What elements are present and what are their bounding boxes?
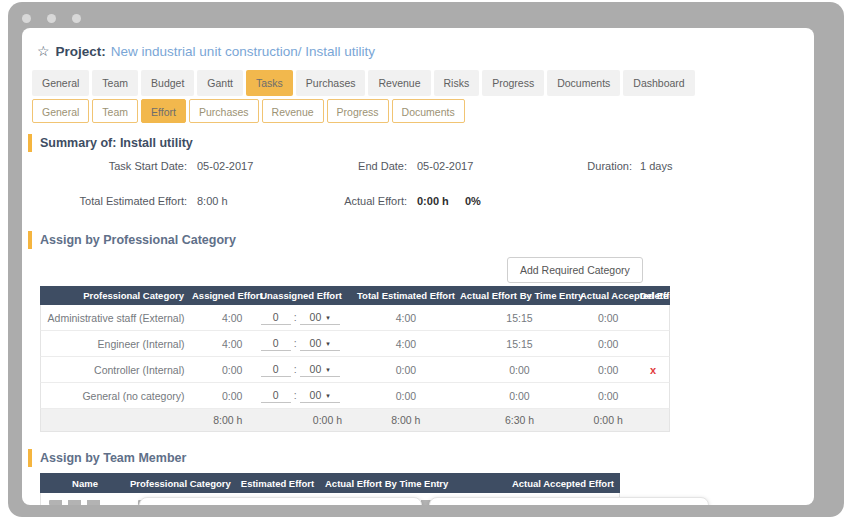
unassigned-hours-input[interactable]: 0 (261, 363, 291, 377)
project-label: Project: (56, 44, 106, 59)
task-subtabs: General Team Effort Purchases Revenue Pr… (32, 99, 814, 123)
actual-accepted-cell: 0:00 (579, 338, 637, 350)
window-dot-icon[interactable] (22, 14, 31, 23)
col-estimated-effort: Estimated Effort (230, 478, 325, 489)
primary-tabs: General Team Budget Gantt Tasks Purchase… (32, 70, 814, 96)
totals-actual-time: 6:30 h (460, 414, 580, 426)
subtab-team[interactable]: Team (92, 99, 138, 123)
actual-accepted-cell: 0:00 (579, 390, 637, 402)
tab-purchases[interactable]: Purchases (296, 70, 366, 96)
actual-accepted-cell: 0:00 (579, 312, 637, 324)
total-estimated-effort-label: Total Estimated Effort: (37, 195, 187, 207)
clipped-panel (139, 497, 422, 505)
tab-general[interactable]: General (32, 70, 89, 96)
tab-gantt[interactable]: Gantt (197, 70, 243, 96)
col-delete: Delete (638, 290, 670, 301)
col-actual-accepted-effort: Actual Accepted Effort (430, 478, 620, 489)
tab-tasks[interactable]: Tasks (246, 70, 293, 96)
tab-team[interactable]: Team (92, 70, 138, 96)
clipped-panel (429, 497, 709, 505)
team-table: Name Professional Category Estimated Eff… (40, 473, 620, 493)
unassigned-minutes-select[interactable]: 00▾ (300, 363, 340, 377)
subtab-effort[interactable]: Effort (141, 99, 186, 123)
assigned-effort-cell: 0:00 (193, 390, 249, 402)
total-estimated-cell: 4:00 (352, 312, 460, 324)
dropdown-caret-icon: ▾ (326, 366, 330, 373)
window-controls (8, 2, 844, 23)
task-start-date-value: 05-02-2017 (197, 160, 253, 172)
subtab-purchases[interactable]: Purchases (189, 99, 259, 123)
subtab-general[interactable]: General (32, 99, 89, 123)
category-cell: Engineer (Internal) (41, 338, 193, 350)
delete-row-button[interactable]: x (650, 364, 656, 376)
unassigned-hours-input[interactable]: 0 (261, 389, 291, 403)
page-content: ☆Project:New industrial unit constructio… (22, 28, 814, 505)
unassigned-effort-cell: 0:00▾ (248, 389, 352, 403)
tab-dashboard[interactable]: Dashboard (623, 70, 694, 96)
total-estimated-cell: 0:00 (352, 364, 460, 376)
table-row: Administrative staff (External) 4:00 0:0… (40, 305, 670, 331)
total-estimated-cell: 0:00 (352, 390, 460, 402)
table-row: Controller (Internal) 0:00 0:00▾ 0:00 0:… (40, 357, 670, 383)
totals-row: 8:00 h 0:00 h 8:00 h 6:30 h 0:00 h (40, 409, 670, 432)
colon-separator: : (294, 311, 297, 323)
colon-separator: : (294, 337, 297, 349)
actual-accepted-cell: 0:00 (579, 364, 637, 376)
category-section-heading: Assign by Professional Category (28, 231, 814, 249)
task-start-date-label: Task Start Date: (37, 160, 187, 172)
unassigned-minutes-select[interactable]: 00▾ (300, 337, 340, 351)
actual-time-entry-cell: 0:00 (460, 364, 580, 376)
actual-time-entry-cell: 15:15 (460, 338, 580, 350)
total-estimated-cell: 4:00 (352, 338, 460, 350)
category-cell: Controller (Internal) (41, 364, 193, 376)
unassigned-minutes-select[interactable]: 00▾ (300, 311, 340, 325)
actual-time-entry-cell: 0:00 (460, 390, 580, 402)
actual-effort-label: Actual Effort: (282, 195, 407, 207)
summary-heading: Summary of: Install utility (28, 134, 814, 152)
category-table-header: Professional Category Assigned Effort Un… (40, 286, 670, 305)
assigned-effort-cell: 0:00 (193, 364, 249, 376)
col-unassigned-effort: Unassigned Effort (248, 290, 352, 301)
table-row: General (no category) 0:00 0:00▾ 0:00 0:… (40, 383, 670, 409)
tab-risks[interactable]: Risks (434, 70, 480, 96)
assigned-effort-cell: 4:00 (193, 338, 249, 350)
subtab-revenue[interactable]: Revenue (262, 99, 324, 123)
duration-label: Duration: (552, 160, 632, 172)
window-dot-icon[interactable] (47, 14, 56, 23)
clipped-text (49, 500, 105, 505)
team-section-heading: Assign by Team Member (28, 449, 814, 467)
end-date-value: 05-02-2017 (417, 160, 473, 172)
category-toolbar: Add Required Category (22, 249, 814, 281)
unassigned-hours-input[interactable]: 0 (261, 337, 291, 351)
subtab-progress[interactable]: Progress (327, 99, 389, 123)
project-name-link[interactable]: New industrial unit construction/ Instal… (111, 44, 375, 59)
col-assigned-effort: Assigned Effort (192, 290, 248, 301)
totals-estimated: 8:00 h (352, 414, 460, 426)
subtab-documents[interactable]: Documents (392, 99, 465, 123)
unassigned-minutes-select[interactable]: 00▾ (300, 389, 340, 403)
screenshot-stage: ☆Project:New industrial unit constructio… (0, 0, 852, 522)
window-dot-icon[interactable] (72, 14, 81, 23)
delete-cell: x (637, 364, 669, 376)
actual-time-entry-cell: 15:15 (460, 312, 580, 324)
dropdown-caret-icon: ▾ (326, 314, 330, 321)
tab-revenue[interactable]: Revenue (368, 70, 430, 96)
col-name: Name (40, 478, 130, 489)
colon-separator: : (294, 363, 297, 375)
dropdown-caret-icon: ▾ (326, 392, 330, 399)
unassigned-effort-cell: 0:00▾ (248, 337, 352, 351)
tab-progress[interactable]: Progress (482, 70, 544, 96)
category-table: Professional Category Assigned Effort Un… (40, 286, 670, 432)
totals-assigned: 8:00 h (193, 414, 249, 426)
end-date-label: End Date: (282, 160, 407, 172)
col-professional-category: Professional Category (130, 478, 230, 489)
tab-documents[interactable]: Documents (547, 70, 620, 96)
unassigned-hours-input[interactable]: 0 (261, 311, 291, 325)
star-icon[interactable]: ☆ (37, 43, 50, 59)
tab-budget[interactable]: Budget (141, 70, 194, 96)
unassigned-effort-cell: 0:00▾ (248, 311, 352, 325)
category-cell: General (no category) (41, 390, 193, 402)
add-required-category-button[interactable]: Add Required Category (507, 257, 643, 283)
unassigned-effort-cell: 0:00▾ (248, 363, 352, 377)
colon-separator: : (294, 389, 297, 401)
